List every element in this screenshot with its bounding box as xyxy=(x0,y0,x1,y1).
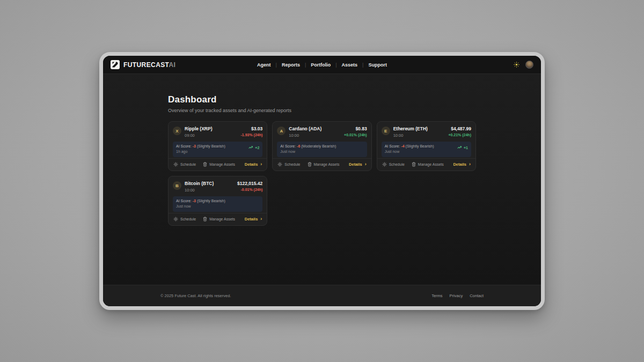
schedule-label: Schedule xyxy=(180,162,196,166)
trash-icon xyxy=(412,162,416,167)
nav-separator: | xyxy=(276,62,277,68)
schedule-label: Schedule xyxy=(389,162,405,166)
score-value: -3 xyxy=(193,199,196,203)
card-actions: Schedule Manage Assets Details › xyxy=(169,158,267,167)
trash-icon xyxy=(203,217,207,221)
chevron-right-icon: › xyxy=(469,162,471,166)
brand[interactable]: FUTURECASTAI xyxy=(111,60,175,69)
score-updated: Just now xyxy=(280,149,336,155)
coin-price: $122,015.42 xyxy=(237,181,262,186)
card-header: X Ripple (XRP) 09:00 $3.03 -1.93% (24h) xyxy=(173,126,262,138)
ai-score-strip: AI Score: -3 (Slightly Bearish) 1h ago +… xyxy=(173,142,262,157)
trend-value: +1 xyxy=(464,146,468,150)
manage-assets-label: Manage Assets xyxy=(209,217,235,221)
trash-icon xyxy=(203,162,207,167)
manage-assets-button[interactable]: Manage Assets xyxy=(308,162,340,167)
coin-change: -0.01% (24h) xyxy=(237,188,262,191)
score-sentiment: (Slightly Bearish) xyxy=(406,144,434,148)
details-button[interactable]: Details › xyxy=(349,162,367,167)
footer-link-privacy[interactable]: Privacy xyxy=(450,293,463,298)
user-avatar[interactable] xyxy=(525,61,533,69)
score-label: AI Score: xyxy=(176,144,192,148)
schedule-button[interactable]: Schedule xyxy=(382,162,405,167)
card-actions: Schedule Manage Assets Details › xyxy=(169,213,267,221)
footer: © 2025 Future Cast. All rights reserved.… xyxy=(103,285,541,306)
manage-assets-label: Manage Assets xyxy=(418,162,444,166)
coin-avatar: A xyxy=(277,127,286,135)
schedule-label: Schedule xyxy=(284,162,300,166)
nav-separator: | xyxy=(362,62,363,68)
asset-card-cardano: A Cardano (ADA) 10:00 $0.83 +0.01% (24h)… xyxy=(272,121,371,171)
card-header: E Ethereum (ETH) 10:00 $4,487.99 +0.21% … xyxy=(382,126,471,138)
nav-item-assets[interactable]: Assets xyxy=(342,62,358,68)
score-label: AI Score: xyxy=(280,144,296,148)
trend-value: +2 xyxy=(255,146,259,150)
score-updated: Just now xyxy=(385,149,434,155)
ai-score-strip: AI Score: -3 (Slightly Bearish) Just now xyxy=(173,196,262,212)
trend-badge: +2 xyxy=(248,144,259,150)
nav-separator: | xyxy=(335,62,336,68)
gear-icon xyxy=(173,162,178,167)
coin-avatar: X xyxy=(173,127,181,135)
chevron-right-icon: › xyxy=(260,217,262,221)
main-nav: Agent | Reports | Portfolio | Assets | S… xyxy=(257,62,387,68)
manage-assets-button[interactable]: Manage Assets xyxy=(412,162,444,167)
ai-score-strip: AI Score: -4 (Slightly Bearish) Just now… xyxy=(382,142,471,157)
schedule-button[interactable]: Schedule xyxy=(173,217,196,221)
trend-badge: +1 xyxy=(457,144,468,150)
coin-change: +0.21% (24h) xyxy=(448,133,471,137)
score-value: -6 xyxy=(297,144,300,148)
sun-icon[interactable] xyxy=(513,61,520,69)
manage-assets-label: Manage Assets xyxy=(314,162,340,166)
details-label: Details xyxy=(245,162,258,167)
card-header: B Bitcoin (BTC) 10:00 $122,015.42 -0.01%… xyxy=(173,181,262,193)
score-sentiment: (Slightly Bearish) xyxy=(197,144,225,148)
ai-score-strip: AI Score: -6 (Moderately Bearish) Just n… xyxy=(277,142,367,157)
score-value: -4 xyxy=(401,144,404,148)
details-button[interactable]: Details › xyxy=(245,217,262,221)
brand-name: FUTURECASTAI xyxy=(123,61,175,69)
card-actions: Schedule Manage Assets Details › xyxy=(377,158,475,167)
navbar: FUTURECASTAI Agent | Reports | Portfolio… xyxy=(103,56,541,74)
coin-change: +0.01% (24h) xyxy=(344,133,367,137)
card-header: A Cardano (ADA) 10:00 $0.83 +0.01% (24h) xyxy=(277,126,367,138)
coin-change: -1.93% (24h) xyxy=(240,133,262,137)
coin-avatar: E xyxy=(382,127,390,135)
nav-item-support[interactable]: Support xyxy=(368,62,387,68)
futurecast-logo-icon xyxy=(111,60,120,69)
coin-name: Cardano (ADA) xyxy=(289,126,321,131)
asset-card-ethereum: E Ethereum (ETH) 10:00 $4,487.99 +0.21% … xyxy=(377,121,476,171)
manage-assets-label: Manage Assets xyxy=(209,162,235,166)
details-button[interactable]: Details › xyxy=(245,162,262,167)
schedule-button[interactable]: Schedule xyxy=(173,162,196,167)
nav-item-agent[interactable]: Agent xyxy=(257,62,271,68)
card-actions: Schedule Manage Assets Details › xyxy=(273,158,371,167)
trash-icon xyxy=(308,162,312,167)
footer-links: Terms Privacy Contact xyxy=(431,293,484,298)
trending-up-icon xyxy=(457,146,462,149)
page-title: Dashboard xyxy=(168,94,476,105)
nav-separator: | xyxy=(305,62,306,68)
footer-link-contact[interactable]: Contact xyxy=(470,293,484,298)
details-label: Details xyxy=(349,162,362,167)
coin-price: $3.03 xyxy=(240,126,262,131)
page-subtitle: Overview of your tracked assets and AI-g… xyxy=(168,108,476,113)
gear-icon xyxy=(173,217,178,221)
details-button[interactable]: Details › xyxy=(453,162,471,167)
footer-link-terms[interactable]: Terms xyxy=(431,293,442,298)
manage-assets-button[interactable]: Manage Assets xyxy=(203,217,235,221)
score-label: AI Score: xyxy=(385,144,400,148)
coin-time: 10:00 xyxy=(393,133,428,138)
schedule-button[interactable]: Schedule xyxy=(277,162,300,167)
trending-up-icon xyxy=(248,146,253,149)
score-updated: Just now xyxy=(176,204,225,210)
asset-card-grid: X Ripple (XRP) 09:00 $3.03 -1.93% (24h) … xyxy=(168,121,476,226)
nav-item-portfolio[interactable]: Portfolio xyxy=(311,62,331,68)
gear-icon xyxy=(277,162,282,167)
coin-name: Ethereum (ETH) xyxy=(393,126,428,131)
coin-name: Bitcoin (BTC) xyxy=(185,181,214,186)
nav-item-reports[interactable]: Reports xyxy=(282,62,300,68)
score-sentiment: (Moderately Bearish) xyxy=(301,144,336,148)
details-label: Details xyxy=(453,162,466,167)
manage-assets-button[interactable]: Manage Assets xyxy=(203,162,235,167)
